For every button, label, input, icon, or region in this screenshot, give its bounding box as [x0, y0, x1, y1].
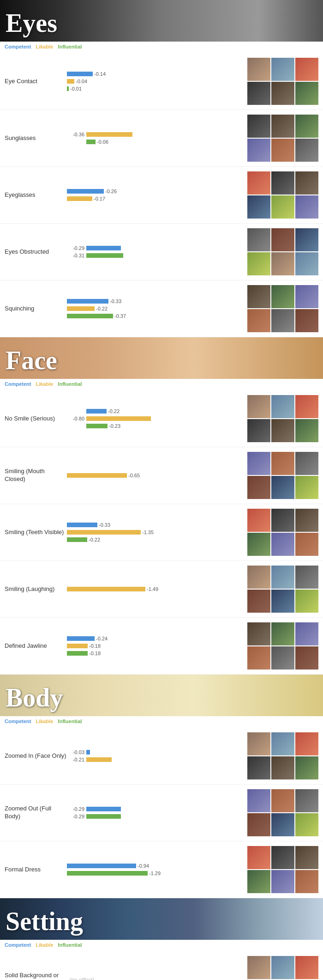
bars-area-face-2: -0.33-1.35-0.22 [67, 521, 152, 544]
photo-body-1-0 [247, 789, 270, 812]
bars-area-eyes-4: -0.33-0.22-0.37 [67, 297, 152, 320]
row-eyes-3: Eyes Obstructed-0.29-0.31 [0, 224, 323, 280]
row-body-2: Formal Dress-0.94-1.29 [0, 841, 323, 898]
photo-eyes-1-4 [271, 139, 294, 162]
photo-eyes-1-2 [295, 115, 318, 138]
photos-face-1 [242, 452, 318, 499]
photo-eyes-4-4 [271, 309, 294, 332]
photos-eyes-0 [242, 58, 318, 105]
photo-face-0-2 [295, 395, 318, 418]
photo-eyes-0-1 [271, 58, 294, 81]
photo-eyes-2-0 [247, 171, 270, 195]
legend-likable: Likable [36, 942, 53, 948]
bars-area-eyes-0: -0.14-0.04-0.01 [67, 70, 152, 93]
section-header-body: Body [0, 675, 323, 716]
photo-face-3-4 [271, 590, 294, 613]
no-effect-setting-0: (no effect) [69, 977, 94, 980]
photo-face-4-3 [247, 646, 270, 670]
photo-eyes-0-5 [295, 82, 318, 105]
photo-body-0-2 [295, 732, 318, 755]
photos-setting-0 [242, 956, 318, 980]
photo-eyes-3-2 [295, 228, 318, 251]
photo-eyes-1-1 [271, 115, 294, 138]
bar-eyes-0-1 [67, 79, 74, 84]
photos-eyes-2 [242, 171, 318, 219]
row-label-eyes-3: Eyes Obstructed [5, 248, 67, 256]
photo-body-0-5 [295, 756, 318, 779]
photo-eyes-4-2 [295, 285, 318, 308]
photo-eyes-0-0 [247, 58, 270, 81]
bar-eyes-0-0 [67, 72, 93, 76]
photo-face-1-4 [271, 476, 294, 499]
photo-eyes-0-3 [247, 82, 270, 105]
photo-face-1-2 [295, 452, 318, 475]
bar-body-2-0 [67, 864, 136, 868]
row-label-face-4: Defined Jawline [5, 642, 67, 650]
photo-eyes-4-3 [247, 309, 270, 332]
bar-face-4-2 [67, 651, 88, 656]
legend-likable: Likable [36, 44, 53, 49]
photos-eyes-3 [242, 228, 318, 275]
legend-influential: Influential [58, 942, 82, 948]
photo-face-3-3 [247, 590, 270, 613]
row-eyes-4: Squinching-0.33-0.22-0.37 [0, 280, 323, 337]
row-body-0: Zoomed In (Face Only)-0.03-0.21 [0, 728, 323, 785]
photo-face-1-5 [295, 476, 318, 499]
photos-body-0 [242, 732, 318, 779]
photo-setting-0-2 [295, 956, 318, 979]
row-eyes-1: Sunglasses-0.36-0.06 [0, 110, 323, 167]
photo-body-1-1 [271, 789, 294, 812]
row-label-setting-0: Solid Background or Studio [5, 972, 67, 980]
row-label-face-1: Smiling (Mouth Closed) [5, 468, 67, 483]
bars-area-eyes-3: -0.29-0.31 [67, 244, 152, 260]
photo-face-2-4 [271, 533, 294, 556]
legend-likable: Likable [36, 381, 53, 387]
bar-face-4-0 [67, 636, 95, 641]
row-face-3: Smiling (Laughing)-1.49 [0, 561, 323, 618]
legend-influential: Influential [58, 718, 82, 724]
row-label-body-1: Zoomed Out (Full Body) [5, 805, 67, 821]
photos-face-4 [242, 622, 318, 670]
row-setting-0: Solid Background or Studio(no effect) [0, 951, 323, 980]
photo-face-0-4 [271, 419, 294, 442]
legend-competent: Competent [5, 44, 31, 49]
row-face-4: Defined Jawline-0.24-0.18-0.18 [0, 618, 323, 675]
row-label-face-2: Smiling (Teeth Visible) [5, 529, 67, 536]
photo-face-1-3 [247, 476, 270, 499]
photo-face-4-1 [271, 622, 294, 645]
photos-eyes-1 [242, 115, 318, 162]
legend-competent: Competent [5, 718, 31, 724]
photos-body-2 [242, 846, 318, 893]
photo-eyes-4-0 [247, 285, 270, 308]
app: EyesCompetentLikableInfluentialEye Conta… [0, 0, 323, 980]
legend-influential: Influential [58, 381, 82, 387]
photo-eyes-3-5 [295, 252, 318, 275]
bar-eyes-4-1 [67, 306, 95, 311]
row-label-eyes-4: Squinching [5, 305, 67, 313]
photos-face-2 [242, 509, 318, 556]
legend-likable: Likable [36, 718, 53, 724]
bars-area-setting-0: (no effect) [67, 975, 152, 980]
bars-area-face-1: -0.65 [67, 471, 152, 480]
photo-face-4-2 [295, 622, 318, 645]
photo-eyes-3-0 [247, 228, 270, 251]
bars-area-eyes-1: -0.36-0.06 [67, 130, 152, 146]
row-label-eyes-2: Eyeglasses [5, 191, 67, 199]
photo-eyes-3-3 [247, 252, 270, 275]
photo-face-3-0 [247, 566, 270, 589]
row-face-1: Smiling (Mouth Closed)-0.65 [0, 447, 323, 504]
photo-body-2-0 [247, 846, 270, 869]
row-face-0: No Smile (Serious)-0.22-0.80-0.23 [0, 390, 323, 447]
photo-face-1-1 [271, 452, 294, 475]
photo-body-2-1 [271, 846, 294, 869]
photo-eyes-3-4 [271, 252, 294, 275]
row-face-2: Smiling (Teeth Visible)-0.33-1.35-0.22 [0, 504, 323, 561]
row-eyes-2: Eyeglasses-0.26-0.17 [0, 167, 323, 224]
photo-face-0-5 [295, 419, 318, 442]
legend-eyes: CompetentLikableInfluential [0, 42, 323, 53]
bar-face-4-1 [67, 644, 88, 648]
section-title-face: Face [6, 346, 57, 375]
row-label-eyes-1: Sunglasses [5, 134, 67, 142]
legend-face: CompetentLikableInfluential [0, 379, 323, 390]
section-title-body: Body [6, 683, 63, 712]
